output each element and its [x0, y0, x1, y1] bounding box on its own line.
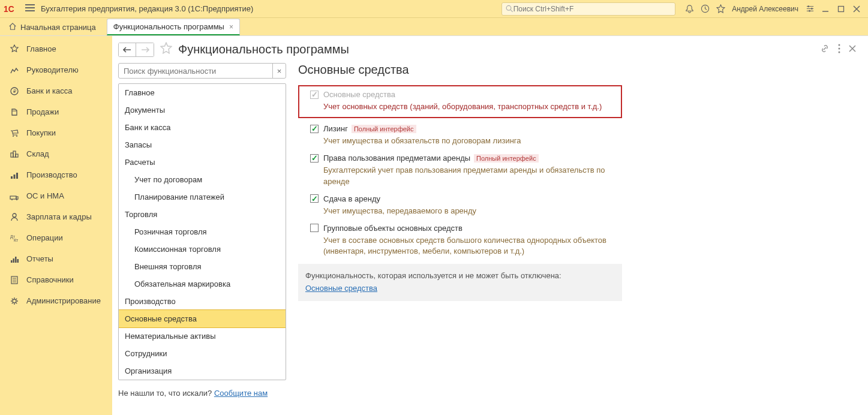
sidebar-label: ОС и НМА	[26, 191, 64, 200]
sidebar-icon	[8, 44, 20, 54]
nav-forward-button[interactable]	[136, 43, 154, 57]
tree-item[interactable]: Обязательная маркировка	[119, 275, 286, 293]
sidebar-item[interactable]: Склад	[0, 143, 112, 164]
user-name[interactable]: Андрей Алексеевич	[732, 5, 798, 13]
svg-rect-25	[13, 258, 15, 263]
sidebar-item[interactable]: ДтКтОперации	[0, 227, 112, 248]
sidebar-item[interactable]: Администрирование	[0, 290, 112, 311]
bell-icon[interactable]	[682, 2, 696, 16]
option-description: Учет в составе основных средств большого…	[323, 235, 622, 257]
tree-item[interactable]: Расчеты	[119, 154, 286, 171]
locked-text: Функциональность, которая используется и…	[305, 270, 615, 282]
link-icon[interactable]	[820, 44, 830, 55]
functionality-right-panel: Основные средства Основные средстваУчет …	[298, 63, 622, 398]
svg-text:₽: ₽	[13, 89, 16, 94]
tab-home[interactable]: Начальная страница	[0, 19, 104, 35]
checkbox[interactable]	[310, 224, 319, 232]
sidebar-item[interactable]: Руководителю	[0, 59, 112, 80]
option-description: Бухгалтерский учет прав пользования пред…	[323, 165, 622, 187]
logo-1c: 1С	[4, 4, 19, 14]
svg-point-30	[839, 44, 840, 46]
option-row: ЛизингПолный интерфейс	[310, 124, 622, 133]
global-search-input[interactable]	[513, 5, 672, 13]
tab-home-label: Начальная страница	[20, 23, 96, 32]
search-clear-icon[interactable]: ×	[272, 64, 286, 78]
svg-point-19	[11, 199, 13, 200]
global-search[interactable]	[501, 2, 675, 16]
sidebar-icon	[8, 149, 20, 159]
search-icon	[506, 5, 513, 13]
locked-link[interactable]: Основные средства	[305, 284, 377, 293]
svg-rect-15	[14, 175, 16, 179]
tree-item[interactable]: Нематериальные активы	[119, 327, 286, 345]
tree-item[interactable]: Розничная торговля	[119, 223, 286, 240]
sidebar-item[interactable]: ОС и НМА	[0, 185, 112, 206]
sidebar-icon	[8, 191, 20, 201]
sidebar-item[interactable]: ₽Банк и касса	[0, 80, 112, 101]
tree-item[interactable]: Документы	[119, 101, 286, 119]
tree-item[interactable]: Производство	[119, 293, 286, 310]
svg-point-31	[839, 48, 840, 50]
tree-item[interactable]: Запасы	[119, 136, 286, 154]
maximize-icon[interactable]	[834, 2, 848, 16]
sidebar-item[interactable]: Покупки	[0, 122, 112, 143]
svg-point-3	[807, 5, 809, 7]
tree-item[interactable]: Планирование платежей	[119, 188, 286, 206]
functionality-left-panel: × ГлавноеДокументыБанк и кассаЗапасыРасч…	[118, 63, 286, 398]
option-label: Права пользования предметами аренды	[323, 154, 470, 163]
sidebar-item[interactable]: Зарплата и кадры	[0, 206, 112, 227]
option-block: Права пользования предметами арендыПолны…	[298, 154, 622, 187]
star-icon[interactable]	[713, 2, 728, 16]
tab-active[interactable]: Функциональность программы ×	[107, 19, 240, 35]
svg-rect-13	[16, 154, 18, 157]
sidebar-icon	[8, 275, 20, 285]
nav-back-button[interactable]	[118, 43, 136, 57]
sidebar-item[interactable]: Продажи	[0, 101, 112, 122]
option-label: Сдача в аренду	[323, 194, 380, 203]
footer-link[interactable]: Сообщите нам	[214, 389, 268, 398]
functionality-search-input[interactable]	[119, 67, 272, 76]
tree-item[interactable]: Главное	[119, 84, 286, 101]
checkbox	[310, 91, 319, 99]
functionality-footer: Не нашли то, что искали? Сообщите нам	[118, 389, 286, 398]
favorite-star-icon[interactable]	[160, 42, 172, 57]
option-block: Основные средстваУчет основных средств (…	[298, 85, 622, 118]
svg-rect-14	[11, 176, 13, 179]
sidebar-label: Банк и касса	[26, 86, 73, 95]
checkbox[interactable]	[310, 154, 319, 163]
sidebar-item[interactable]: Производство	[0, 164, 112, 185]
history-icon[interactable]	[698, 2, 712, 16]
option-label: Групповые объекты основных средств	[323, 224, 462, 233]
tree-item[interactable]: Основные средства	[118, 309, 286, 328]
functionality-search[interactable]: ×	[118, 63, 286, 79]
sidebar-item[interactable]: Справочники	[0, 269, 112, 290]
tree-item[interactable]: Банк и касса	[119, 119, 286, 136]
checkbox[interactable]	[310, 125, 319, 133]
checkbox[interactable]	[310, 194, 319, 203]
tab-close-icon[interactable]: ×	[229, 23, 233, 31]
svg-point-4	[810, 8, 812, 10]
tree-item[interactable]: Торговля	[119, 206, 286, 223]
svg-point-9	[13, 136, 14, 137]
sidebar-item[interactable]: Главное	[0, 38, 112, 59]
sidebar: ГлавноеРуководителю₽Банк и кассаПродажиП…	[0, 36, 112, 415]
sidebar-icon: ДтКт	[8, 233, 20, 243]
svg-rect-12	[13, 151, 16, 157]
sidebar-label: Покупки	[26, 128, 56, 137]
more-icon[interactable]	[838, 44, 840, 55]
sidebar-item[interactable]: Отчеты	[0, 248, 112, 269]
tree-item[interactable]: Организация	[119, 362, 286, 380]
tree-item[interactable]: Учет по договорам	[119, 171, 286, 188]
tree-item[interactable]: Внешняя торговля	[119, 258, 286, 275]
close-icon[interactable]	[849, 2, 864, 16]
sidebar-icon	[8, 212, 20, 222]
app-title: Бухгалтерия предприятия, редакция 3.0 (1…	[41, 4, 253, 13]
panel-close-icon[interactable]	[849, 45, 856, 54]
interface-badge: Полный интерфейс	[474, 154, 539, 163]
minimize-icon[interactable]	[818, 2, 833, 16]
tree-item[interactable]: Сотрудники	[119, 345, 286, 362]
settings-icon[interactable]	[803, 2, 817, 16]
option-description: Учет имущества и обязательств по договор…	[323, 136, 622, 146]
tree-item[interactable]: Комиссионная торговля	[119, 240, 286, 258]
hamburger-icon[interactable]	[25, 4, 35, 13]
